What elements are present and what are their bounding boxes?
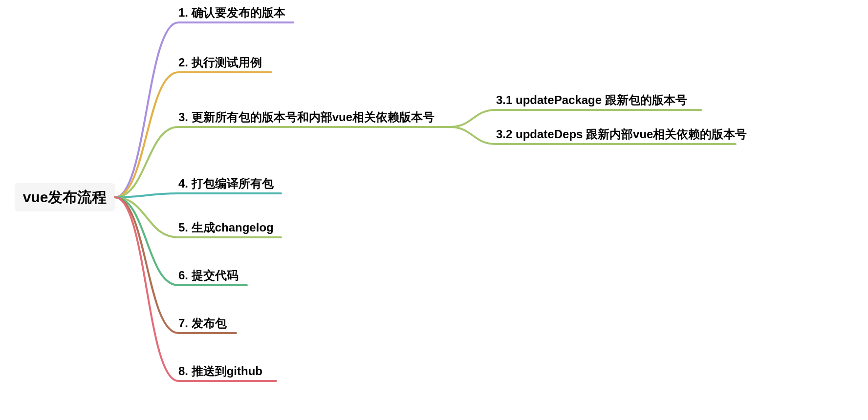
branch-3-child-1[interactable] [450,110,701,127]
branch-6-label: 6. 提交代码 [178,269,239,282]
branch-4[interactable] [115,193,281,197]
branch-7-label: 7. 发布包 [178,316,227,330]
branch-4-label: 4. 打包编译所有包 [178,177,274,190]
mindmap-canvas: vue发布流程1. 确认要发布的版本2. 执行测试用例3. 更新所有包的版本号和… [0,0,868,420]
root-label: vue发布流程 [23,189,107,205]
branch-3-label: 3. 更新所有包的版本号和内部vue相关依赖版本号 [178,110,434,124]
branch-7[interactable] [115,197,236,333]
branch-3[interactable] [115,127,450,197]
branch-3-child-2-label: 3.2 updateDeps 跟新内部vue相关依赖的版本号 [496,127,747,141]
branch-3-child-1-label: 3.1 updatePackage 跟新包的版本号 [496,93,687,106]
branch-1-label: 1. 确认要发布的版本 [178,6,286,19]
branch-5-label: 5. 生成changelog [178,221,274,234]
branch-8-label: 8. 推送到github [178,364,262,378]
branch-2-label: 2. 执行测试用例 [178,56,262,69]
